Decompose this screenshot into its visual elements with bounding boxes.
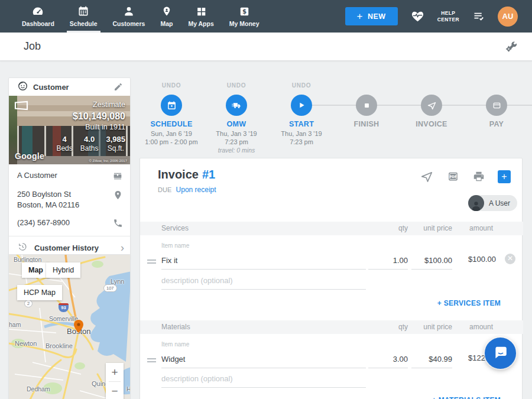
service-description-input[interactable] [161,272,366,290]
nav-label: My Apps [188,20,213,27]
due-terms-link[interactable]: Upon receipt [176,186,216,194]
zoom-out-button[interactable]: − [106,382,124,399]
map-canvas[interactable]: Burlington Lynn Somerville ham Boston Ne… [9,255,131,399]
customer-info: A Customer 250 Boylston St Boston, MA 02… [9,164,130,228]
service-qty-input[interactable] [368,252,408,270]
invoice-actions: PDF + [420,170,511,183]
health-heart-icon[interactable] [410,9,425,23]
phone-icon[interactable] [113,218,123,228]
stat-sqft: 3,985 Sq.ft. [106,135,125,153]
property-photo[interactable]: Zestimate $10,149,080 Built in 1911 4 Be… [9,96,130,164]
service-item-name-input[interactable] [161,252,366,270]
map-pin-icon [161,4,172,18]
nav-item-my-money[interactable]: $ My Money [222,0,267,33]
invoice-card: Invoice#1 DUE Upon receipt PDF [140,158,523,399]
photo-copyright: © Zillow, Inc. 2006-2017 [89,159,127,163]
location-pin-icon[interactable] [113,189,123,200]
finish-step-stop-icon[interactable] [356,95,377,116]
nav-item-my-apps[interactable]: My Apps [180,0,221,33]
nav-label: Customers [113,20,145,27]
chevron-right-icon: › [121,242,124,253]
add-invoice-button[interactable]: + [498,170,511,183]
zestimate-label: Zestimate [73,100,125,110]
pdf-icon[interactable]: PDF [446,170,460,183]
streetview-pano-icon [14,100,29,113]
send-invoice-icon[interactable] [420,170,434,183]
schedule-step-calendar-icon[interactable] [161,95,182,116]
new-button[interactable]: + NEW [345,7,398,25]
assignee-chip[interactable]: A User [468,195,517,211]
zoom-in-button[interactable]: + [106,363,124,381]
item-name-label: Item name [161,341,189,348]
add-materials-item-link[interactable]: + MATERIALS ITEM [432,396,501,399]
nav-label: Dashboard [22,20,54,27]
map-label-dedham: Dedham [27,385,50,392]
due-label: DUE [158,186,171,193]
nav-item-customers[interactable]: Customers [105,0,153,33]
interstate-93-shield: 93 [59,303,69,312]
nav-item-map[interactable]: Map [153,0,180,33]
material-description-input[interactable] [161,370,366,388]
chat-widget-button[interactable] [485,338,516,369]
activity-list-check-icon[interactable] [472,10,485,22]
assignee-name: A User [489,199,510,207]
customer-card: Customer Zestimate $10,149,080 Built in … [8,77,131,259]
drag-handle[interactable] [147,258,156,265]
dashboard-icon [31,4,44,18]
nav-item-schedule[interactable]: Schedule [62,0,105,33]
col-qty: qty [368,222,408,235]
history-icon [17,242,27,254]
map-zoom-control: + − [106,363,124,399]
svg-text:$: $ [242,8,246,15]
print-icon[interactable] [472,170,485,183]
customer-name: A Customer [17,170,57,181]
invoice-step-send-icon[interactable] [421,95,442,116]
undo-button[interactable]: UNDO [204,82,269,89]
user-avatar[interactable]: AU [498,7,518,27]
map-type-button-hcp-map[interactable]: HCP Map [17,285,62,300]
undo-button[interactable]: UNDO [139,82,204,89]
materials-section-header: Materials qty unit price amount [140,320,523,334]
map-label-ham: ham [9,321,21,328]
customer-history-label: Customer History [34,244,99,252]
page-title: Job [24,40,41,53]
assignee-avatar-icon [468,195,484,211]
invoice-due-row: DUE Upon receipt [158,186,216,194]
map-type-button-hybrid[interactable]: Hybrid [46,262,80,278]
stat-beds: 4 Beds [56,135,72,153]
remove-service-item-button[interactable]: ✕ [505,254,515,264]
invoice-title: Invoice#1 [158,168,215,181]
pay-step-card-icon[interactable] [486,95,507,116]
zestimate-block: Zestimate $10,149,080 Built in 1911 [73,100,125,132]
chat-bubble-icon [492,344,509,363]
map-marker-pin[interactable] [74,320,83,335]
start-step-play-icon[interactable] [291,95,312,116]
undo-button[interactable]: UNDO [269,82,334,89]
job-settings-wrench-gear-icon[interactable] [505,40,518,53]
drag-handle[interactable] [147,356,156,364]
page-header: Job [0,33,532,61]
add-services-item-link[interactable]: + SERVICES ITEM [437,299,501,307]
material-qty-input[interactable] [368,351,408,368]
map-type-button-map[interactable]: Map [22,262,50,278]
material-item-name-input[interactable] [161,351,366,368]
nav-label: Schedule [70,20,98,27]
customer-name-row: A Customer [17,170,123,181]
map-label-hi: Hi [126,385,131,392]
edit-pencil-icon[interactable] [113,82,123,92]
route-107-shield: 107 [103,284,117,292]
item-name-label: Item name [161,242,189,249]
contact-card-icon[interactable] [112,170,123,181]
invoice-number: #1 [202,168,215,181]
app-window: Dashboard Schedule Customers Map My Apps [0,0,532,399]
customers-icon [123,4,135,18]
plus-icon: + [357,11,363,22]
col-qty: qty [368,320,408,334]
nav-item-dashboard[interactable]: Dashboard [14,0,62,33]
customer-card-header: Customer [9,78,130,96]
map-card: Burlington Lynn Somerville ham Boston Ne… [8,254,131,399]
map-label-newton: Newton [15,340,37,347]
help-center-link[interactable]: HELP CENTER [437,10,459,22]
omw-step-truck-icon[interactable] [226,95,247,116]
col-amount: amount [443,222,493,235]
